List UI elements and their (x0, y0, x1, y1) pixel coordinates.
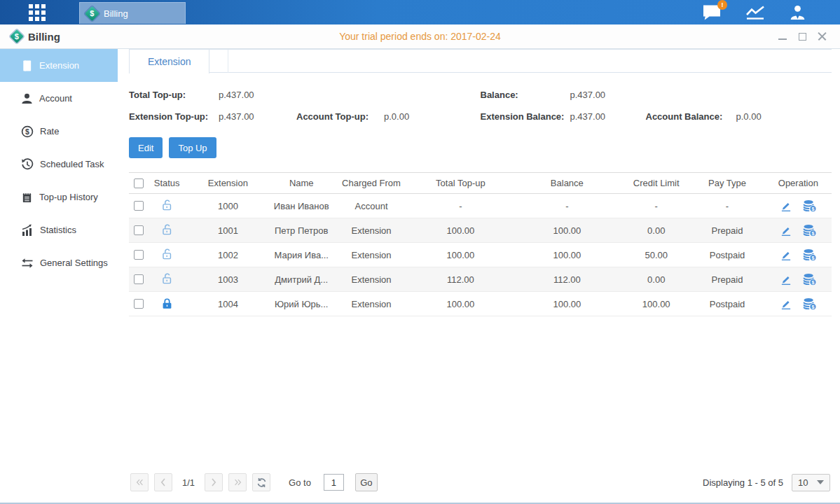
row-checkbox[interactable] (134, 201, 144, 211)
cell-name: Мария Ива... (270, 250, 333, 260)
page-size-dropdown[interactable]: 10 (792, 474, 830, 491)
status-unlocked-icon (160, 247, 174, 263)
header-balance: Balance (511, 178, 623, 188)
header-operation: Operation (765, 178, 832, 188)
edit-row-icon[interactable] (780, 273, 792, 286)
extension-icon (21, 59, 33, 72)
extension-topup-label: Extension Top-up: (129, 106, 219, 127)
status-unlocked-icon (160, 223, 174, 239)
messages-icon[interactable]: ! (703, 4, 722, 21)
cell-credit-limit: - (623, 201, 689, 211)
cell-total-topup: 100.00 (410, 250, 511, 260)
goto-page-input[interactable] (324, 474, 344, 491)
app-window: $ Billing ! (0, 0, 840, 504)
edit-row-icon[interactable] (780, 224, 792, 237)
sidebar-item-label: General Settings (40, 258, 108, 268)
next-page-button[interactable] (205, 473, 223, 491)
table-body: 1000 Иван Иванов Account - - - - (129, 194, 832, 316)
chevron-down-icon (817, 480, 824, 484)
row-checkbox[interactable] (134, 274, 144, 284)
cell-name: Юрий Юрь... (270, 299, 333, 309)
cell-name: Дмитрий Д... (270, 274, 333, 285)
edit-row-icon[interactable] (780, 298, 792, 311)
cell-extension: 1000 (186, 201, 270, 211)
top-up-button[interactable]: Top Up (169, 137, 216, 158)
cell-balance: - (511, 201, 623, 211)
cell-total-topup: 100.00 (410, 225, 511, 236)
top-up-row-icon[interactable]: $ (803, 248, 817, 262)
header-pay-type: Pay Type (689, 178, 764, 188)
window-title-bar: $ Billing Your trial period ends on: 201… (0, 24, 840, 49)
app-launcher-grid-icon[interactable] (23, 0, 51, 24)
go-button[interactable]: Go (355, 473, 378, 491)
status-unlocked-icon (160, 198, 174, 214)
first-page-button[interactable] (130, 473, 149, 491)
prev-page-button[interactable] (154, 473, 172, 491)
sidebar-item-scheduled-task[interactable]: Scheduled Task (0, 148, 118, 181)
svg-text:$: $ (811, 206, 814, 211)
sidebar-item-account[interactable]: Account (0, 82, 118, 115)
user-account-icon[interactable] (789, 4, 806, 21)
cell-credit-limit: 100.00 (623, 299, 689, 309)
edit-row-icon[interactable] (780, 200, 792, 213)
cell-extension: 1002 (186, 250, 270, 260)
scheduled-task-icon (21, 158, 34, 171)
sidebar-item-rate[interactable]: $ Rate (0, 115, 118, 148)
sidebar-item-topup-history[interactable]: Top-up History (0, 181, 118, 214)
status-unlocked-icon (160, 272, 174, 288)
billing-dollar-icon: $ (85, 6, 99, 20)
top-up-row-icon[interactable]: $ (803, 200, 817, 213)
top-up-row-icon[interactable]: $ (803, 273, 817, 286)
cell-extension: 1003 (186, 274, 270, 285)
row-checkbox[interactable] (134, 299, 144, 309)
refresh-button[interactable] (252, 473, 270, 491)
table-header-row: Status Extension Name Charged From Total… (129, 172, 832, 194)
account-icon (21, 92, 33, 105)
cell-charged-from: Account (333, 201, 410, 211)
extension-balance-value: p.437.00 (570, 106, 646, 127)
account-topup-value: p.0.00 (384, 106, 481, 127)
header-extension: Extension (186, 178, 270, 188)
edit-button[interactable]: Edit (129, 137, 163, 158)
cell-charged-from: Extension (333, 274, 410, 285)
cell-charged-from: Extension (333, 250, 410, 260)
sidebar-item-extension[interactable]: Extension (0, 49, 118, 82)
select-all-checkbox[interactable] (134, 178, 144, 188)
app-tab-billing[interactable]: $ Billing (79, 2, 186, 24)
svg-text:$: $ (811, 279, 814, 285)
sidebar-item-general-settings[interactable]: General Settings (0, 246, 118, 279)
edit-row-icon[interactable] (780, 248, 792, 262)
header-name: Name (270, 178, 333, 188)
maximize-button[interactable] (797, 31, 808, 42)
cell-balance: 100.00 (511, 225, 623, 236)
account-balance-label: Account Balance: (646, 106, 736, 127)
row-checkbox[interactable] (134, 225, 144, 235)
resource-monitor-icon[interactable] (745, 4, 765, 20)
notification-badge: ! (717, 0, 727, 10)
sidebar-item-label: Account (39, 93, 72, 104)
cell-total-topup: 112.00 (410, 274, 511, 285)
extension-topup-value: p.437.00 (219, 106, 296, 127)
tab-extension[interactable]: Extension (129, 50, 209, 74)
table-row: 1001 Петр Петров Extension 100.00 100.00… (129, 218, 832, 243)
sidebar-item-statistics[interactable]: Statistics (0, 214, 118, 246)
total-topup-label: Total Top-up: (129, 84, 219, 106)
table-row: 1003 Дмитрий Д... Extension 112.00 112.0… (129, 267, 832, 292)
row-checkbox[interactable] (134, 250, 144, 260)
cell-charged-from: Extension (333, 225, 410, 236)
minimize-button[interactable] (777, 31, 788, 42)
sidebar-item-label: Extension (39, 60, 79, 71)
app-tab-label: Billing (104, 8, 128, 19)
page-indicator: 1/1 (178, 477, 199, 488)
svg-text:$: $ (811, 255, 814, 260)
top-up-row-icon[interactable]: $ (803, 224, 817, 237)
top-up-row-icon[interactable]: $ (803, 298, 817, 311)
svg-text:$: $ (811, 304, 814, 309)
cell-pay-type: Postpaid (689, 299, 764, 309)
cell-total-topup: 100.00 (410, 299, 511, 309)
tab-bar: Extension (129, 49, 832, 73)
trial-notice: Your trial period ends on: 2017-02-24 (0, 31, 840, 42)
last-page-button[interactable] (228, 473, 247, 491)
close-button[interactable] (816, 31, 827, 42)
sidebar-item-label: Statistics (40, 225, 76, 235)
